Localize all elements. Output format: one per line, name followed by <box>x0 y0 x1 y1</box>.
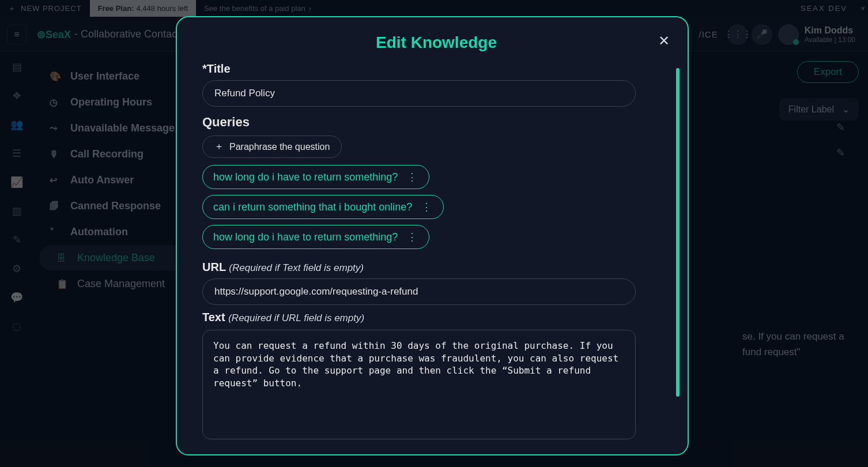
text-hint: (Required if URL field is empty) <box>228 312 364 323</box>
query-chip[interactable]: how long do i have to return something?⋮ <box>202 225 429 249</box>
url-hint: (Required if Text field is empty) <box>229 262 364 273</box>
paraphrase-button[interactable]: ＋ Paraphrase the question <box>202 135 342 158</box>
chip-text: how long do i have to return something? <box>213 231 398 243</box>
text-input[interactable] <box>202 330 636 439</box>
url-field-label: URL (Required if Text field is empty) <box>202 261 636 274</box>
url-label-text: URL <box>202 261 226 273</box>
plus-icon: ＋ <box>214 141 224 153</box>
chip-text: how long do i have to return something? <box>213 171 398 183</box>
query-chips: how long do i have to return something?⋮… <box>202 165 636 249</box>
modal-title: Edit Knowledge <box>202 33 670 52</box>
text-label-text: Text <box>202 311 225 323</box>
more-icon[interactable]: ⋮ <box>406 171 418 183</box>
query-chip[interactable]: can i return something that i bought onl… <box>202 195 444 219</box>
url-input[interactable] <box>202 278 636 305</box>
paraphrase-label: Paraphrase the question <box>229 142 330 152</box>
query-chip[interactable]: how long do i have to return something?⋮ <box>202 165 429 189</box>
close-icon: ✕ <box>658 33 670 49</box>
title-field-label: *Title <box>202 62 636 76</box>
more-icon[interactable]: ⋮ <box>406 231 418 243</box>
queries-label: Queries <box>202 115 636 130</box>
title-input[interactable] <box>202 80 636 107</box>
chip-text: can i return something that i bought onl… <box>213 201 412 213</box>
edit-knowledge-modal: ✕ Edit Knowledge *Title Queries ＋ Paraph… <box>176 16 689 455</box>
text-field-label: Text (Required if URL field is empty) <box>202 311 636 324</box>
more-icon[interactable]: ⋮ <box>420 201 433 213</box>
close-button[interactable]: ✕ <box>655 32 673 50</box>
scrollbar[interactable] <box>676 68 680 397</box>
